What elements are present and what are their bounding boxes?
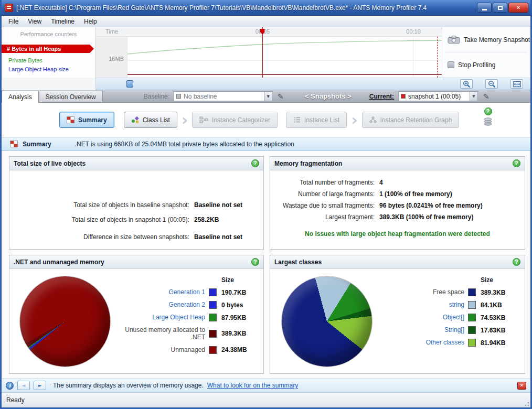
menu-file[interactable]: File [4,17,23,26]
legend-swatch [468,301,476,309]
zoom-in-button[interactable] [460,79,473,89]
help-footer-link[interactable]: What to look for on the summary [207,382,298,389]
live-objects-help-icon[interactable]: ? [251,159,259,167]
workflow-summary-button[interactable]: Summary [59,112,114,128]
row-value: 96 bytes (0.0241% of free memory) [379,202,483,209]
summary-banner-text: .NET is using 668KB of 25.04MB total pri… [75,141,294,148]
largest-classes-help-icon[interactable]: ? [513,258,520,266]
current-snapshot-value: snapshot 1 (00:05) [408,93,461,100]
legend-label-string[interactable]: string [408,301,464,308]
legend-label-other-classes[interactable]: Other classes [408,339,464,346]
workflow-instance-list-label: Instance List [304,116,339,124]
panel-memory-fragmentation: Memory fragmentation ? Total number of f… [270,156,525,250]
take-snapshot-button[interactable]: Take Memory Snapshot [442,27,530,52]
legend-swatch [209,330,217,338]
workflow-instance-categorizer-button: Instance Categorizer [192,112,278,128]
legend-swatch [209,288,217,296]
maximize-icon [498,6,503,10]
scrollbar-thumb[interactable] [126,80,133,88]
title-bar[interactable]: [.NET Executable] C:\Program Files\Red G… [2,0,530,16]
legend-label-string-array[interactable]: String[] [408,326,464,333]
dotnet-memory-legend: Size Generation 1 190.7KB Generation 2 0… [122,276,256,354]
legend-value: 84.1KB [481,302,515,309]
largest-classes-title: Largest classes [274,259,322,266]
maximize-button[interactable] [493,3,507,13]
baseline-edit-icon[interactable]: ✎ [276,92,285,101]
menu-view[interactable]: View [23,17,46,26]
summary-banner: Summary .NET is using 668KB of 25.04MB t… [2,137,530,151]
baseline-snapshot-icon [176,94,181,99]
workflow-class-list-button[interactable]: Class List [124,112,177,128]
largest-classes-legend: Size Free space 389.3KB string 84.1KB Ob… [408,276,515,347]
help-back-button[interactable]: ◄ [17,381,30,390]
workflow-help-icon[interactable]: ? [484,107,492,115]
panel-dotnet-memory: .NET and unmanaged memory ? Size Generat… [9,255,264,374]
minimize-button[interactable] [477,3,492,13]
menu-help[interactable]: Help [79,17,102,26]
current-label: Current: [369,93,394,100]
stop-icon [448,61,454,68]
help-footer-close-button[interactable]: ✕ [517,382,526,390]
timeline-series-svg [127,37,442,78]
snapshot-edit-icon[interactable]: ✎ [482,92,491,101]
zoom-out-icon [488,80,496,88]
snapshot-icon [401,94,406,99]
dotnet-memory-help-icon[interactable]: ? [251,258,259,266]
size-column-header: Size [221,276,256,284]
stop-profiling-button[interactable]: Stop Profiling [442,52,530,77]
instance-list-icon [293,116,301,123]
time-tick-0010: 00:10 [406,28,421,35]
legend-value: 81.94KB [481,339,515,347]
baseline-dropdown-arrow-icon[interactable]: ▼ [264,92,272,101]
row-value: 1 (100% of free memory) [379,190,452,198]
timeline-chart[interactable]: Time 00:05 00:10 16MB [96,27,442,78]
legend-label-object-array[interactable]: Object[] [408,314,464,321]
fragmentation-help-icon[interactable]: ? [513,159,520,167]
zoom-out-button[interactable] [485,79,498,89]
stop-profiling-label: Stop Profiling [458,61,495,69]
resize-grip[interactable] [523,400,529,406]
menu-timeline[interactable]: Timeline [46,17,79,26]
current-dropdown-arrow-icon[interactable]: ▼ [470,92,477,101]
counter-bytes-all-heaps[interactable]: # Bytes in all Heaps [2,45,94,53]
workflow-instance-retention-graph-button: Instance Retention Graph [362,112,460,128]
row-value: 258.2KB [194,216,219,223]
instance-retention-graph-icon [369,116,377,123]
panel-largest-classes: Largest classes ? Size Free space 389.3K… [270,255,525,374]
legend-value: 17.63KB [481,327,515,334]
live-objects-row: Total size of objects in snapshot 1 (00:… [9,216,219,223]
y-axis: 16MB [96,37,127,78]
window-title: [.NET Executable] C:\Program Files\Red G… [16,4,474,12]
tab-session-overview[interactable]: Session Overview [39,91,103,102]
close-icon: ✕ [516,5,520,10]
legend-swatch [468,326,476,334]
help-forward-button[interactable]: ► [34,381,46,390]
profiling-actions-panel: Take Memory Snapshot Stop Profiling [442,27,530,78]
zoom-bar-spacer [2,78,96,90]
baseline-dropdown[interactable]: No baseline ▼ [174,91,272,101]
legend-label-large-object-heap[interactable]: Large Object Heap [122,314,205,321]
legend-value: 74.53KB [481,314,515,321]
panel-live-objects: Total size of live objects ? Total size … [9,156,264,250]
fragmentation-row: Largest fragment: 389.3KB (100% of free … [270,213,473,221]
legend-value: 87.95KB [221,314,256,321]
snapshot-marker-line[interactable] [262,27,263,78]
timeline-scrollbar[interactable] [96,78,530,90]
counter-private-bytes[interactable]: Private Bytes [8,57,42,63]
tab-analysis[interactable]: Analysis [2,91,39,103]
current-snapshot-dropdown[interactable]: snapshot 1 (00:05) ▼ [398,91,478,101]
legend-label-generation-1[interactable]: Generation 1 [122,288,205,296]
dotnet-memory-pie[interactable] [20,276,110,367]
close-button[interactable]: ✕ [508,3,528,13]
largest-classes-pie[interactable] [282,276,372,367]
legend-swatch [468,339,476,347]
legend-label-generation-2[interactable]: Generation 2 [122,301,205,308]
row-value: 389.3KB (100% of free memory) [379,213,473,221]
counter-loh-size[interactable]: Large Object Heap size [8,66,69,72]
analysis-tab-bar: Analysis Session Overview Baseline: No b… [2,90,530,103]
live-objects-title: Total size of live objects [14,160,86,167]
timeline-plot[interactable] [127,37,442,78]
zoom-fit-button[interactable] [510,79,523,89]
timeline-section: Performance counters # Bytes in all Heap… [2,27,530,78]
row-label: Wastage due to small fragments: [270,202,379,209]
